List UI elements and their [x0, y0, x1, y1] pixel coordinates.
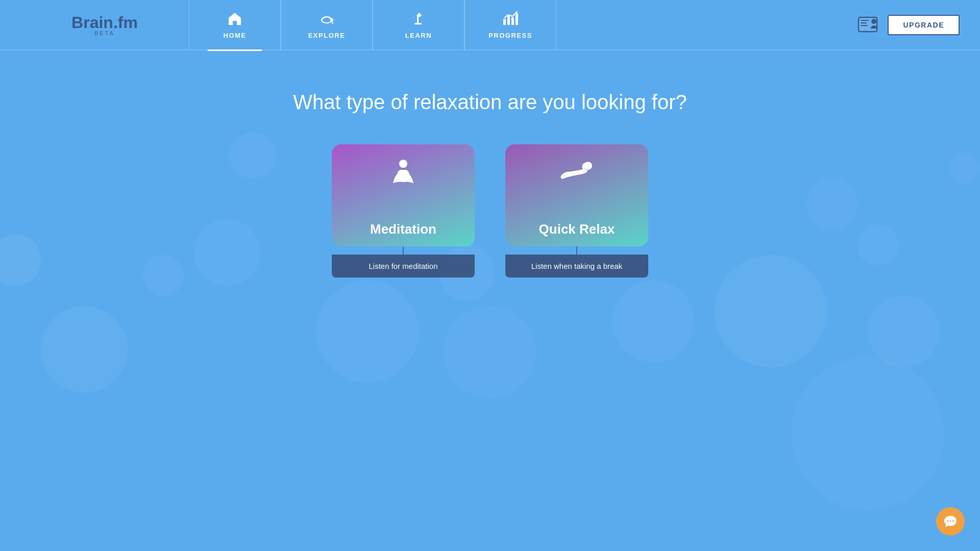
svg-point-19	[950, 520, 951, 522]
header: Brain.fm BETA HOME EX	[0, 0, 980, 50]
explore-icon	[317, 11, 336, 30]
nav-item-learn[interactable]: LEARN	[373, 0, 464, 50]
page-title: What type of relaxation are you looking …	[293, 91, 687, 114]
main-content: What type of relaxation are you looking …	[0, 50, 980, 278]
meditation-icon	[388, 159, 419, 199]
progress-icon	[502, 11, 519, 30]
nav-label-progress: PROGRESS	[488, 32, 532, 39]
nav-item-explore[interactable]: EXPLORE	[281, 0, 373, 50]
svg-rect-4	[417, 18, 419, 24]
svg-point-15	[871, 19, 876, 24]
learn-icon	[410, 11, 427, 30]
quick-relax-card-title: Quick Relax	[539, 221, 615, 237]
svg-rect-12	[861, 20, 869, 21]
nav-label-learn: LEARN	[405, 32, 432, 39]
meditation-card-wrapper: Meditation Listen for meditation	[332, 144, 475, 278]
user-icon-button[interactable]	[856, 13, 879, 37]
meditation-connector	[403, 246, 404, 255]
quick-relax-card[interactable]: Quick Relax	[505, 144, 648, 246]
quick-relax-icon	[556, 159, 597, 194]
nav-item-progress[interactable]: PROGRESS	[464, 0, 556, 50]
svg-rect-6	[503, 19, 506, 25]
meditation-card-title: Meditation	[370, 221, 436, 237]
cards-row: Meditation Listen for meditation	[332, 144, 648, 278]
svg-point-20	[952, 520, 954, 522]
meditation-card[interactable]: Meditation	[332, 144, 475, 246]
quick-relax-card-wrapper: Quick Relax Listen when taking a break	[505, 144, 648, 278]
upgrade-button[interactable]: UPGRADE	[888, 15, 960, 35]
svg-point-10	[516, 11, 518, 13]
header-right: UPGRADE	[856, 13, 980, 37]
svg-rect-13	[861, 22, 867, 23]
svg-point-18	[947, 520, 949, 522]
chat-button[interactable]	[936, 507, 965, 536]
svg-line-2	[332, 21, 333, 24]
svg-rect-14	[861, 25, 868, 26]
nav-item-home[interactable]: HOME	[189, 0, 281, 50]
svg-point-1	[330, 18, 333, 21]
nav: HOME EXPLORE	[189, 0, 856, 50]
svg-rect-8	[511, 17, 514, 25]
nav-label-home: HOME	[224, 32, 247, 39]
meditation-subtitle[interactable]: Listen for meditation	[332, 255, 475, 278]
quick-relax-connector	[576, 246, 577, 255]
logo-text: Brain.fm	[71, 13, 138, 32]
nav-label-explore: EXPLORE	[308, 32, 346, 39]
svg-rect-9	[516, 13, 518, 25]
quick-relax-subtitle[interactable]: Listen when taking a break	[505, 255, 648, 278]
logo-beta: BETA	[94, 30, 115, 36]
logo-area: Brain.fm BETA	[0, 13, 189, 36]
home-icon	[227, 11, 243, 30]
svg-point-16	[399, 160, 407, 168]
svg-rect-7	[507, 16, 510, 25]
